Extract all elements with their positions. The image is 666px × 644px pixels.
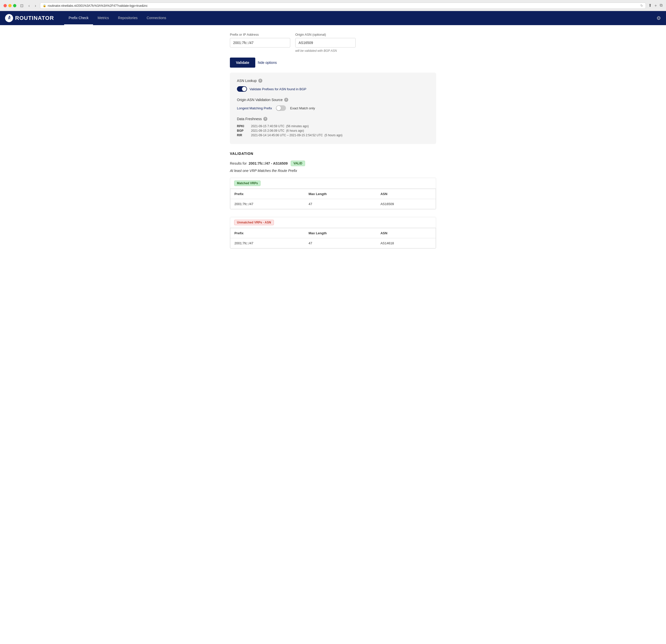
logo-text: ROUTINATOR [15, 15, 54, 21]
asn-label: Origin ASN (optional) [295, 33, 356, 36]
unmatched-vrps-table: Prefix Max Length ASN 2001:7fc::/47 47 A… [230, 228, 436, 248]
validate-prefixes-row: Validate Prefixes for ASN found in BGP [237, 86, 429, 92]
asn-group: Origin ASN (optional) will be validated … [295, 33, 356, 53]
nav-item-prefix-check[interactable]: Prefix Check [64, 11, 93, 25]
matched-row-0-maxlen: 47 [304, 199, 376, 209]
share-icon[interactable]: ⬆ [648, 3, 652, 8]
unmatched-vrps-badge: Unmatched VRPs - ASN [234, 220, 274, 225]
results-query: 2001:7fc::/47 - AS16509 [249, 161, 288, 165]
prefix-group: Prefix or IP Address [230, 33, 290, 53]
lock-icon: 🔒 [43, 4, 46, 7]
address-bar[interactable]: 🔒 routinator.nlnetlabs.nl/2001%3A7fc%3A%… [40, 2, 646, 9]
unmatched-row-0-asn: AS14618 [376, 238, 436, 248]
matched-vrps-table: Prefix Max Length ASN 2001:7fc::/47 47 A… [230, 189, 436, 209]
matched-col-asn: ASN [376, 189, 436, 199]
asn-validation-title: Origin ASN Validation Source ? [237, 98, 429, 102]
main-content: Prefix or IP Address Origin ASN (optiona… [220, 25, 446, 264]
asn-lookup-title: ASN Lookup ? [237, 79, 429, 83]
match-toggle[interactable] [276, 105, 286, 111]
freshness-row-rir: RIR 2021-09-14 14:45:06 UTC – 2021-09-15… [237, 133, 429, 137]
matched-col-maxlen: Max Length [304, 189, 376, 199]
traffic-lights [3, 4, 16, 7]
maximize-button[interactable] [13, 4, 16, 7]
unmatched-col-prefix: Prefix [230, 228, 304, 238]
nav-item-repositories[interactable]: Repositories [113, 11, 142, 25]
hide-options-link[interactable]: hide options [255, 60, 279, 65]
results-label: Results for 2001:7fc::/47 - AS16509 [230, 161, 288, 165]
valid-badge: VALID [291, 161, 305, 166]
asn-lookup-help-icon[interactable]: ? [258, 79, 262, 83]
asn-hint: will be validated with BGP ASN [295, 49, 356, 53]
data-freshness-title: Data Freshness ? [237, 117, 429, 121]
browser-chrome: ⊡ ‹ › 🔒 routinator.nlnetlabs.nl/2001%3A7… [0, 0, 666, 11]
matched-row-0-asn: AS16509 [376, 199, 436, 209]
prefix-label: Prefix or IP Address [230, 33, 290, 36]
table-row: 2001:7fc::/47 47 AS16509 [230, 199, 436, 209]
btn-row: Validate hide options [230, 57, 436, 68]
nav-item-metrics[interactable]: Metrics [93, 11, 113, 25]
url-text: routinator.nlnetlabs.nl/2001%3A7fc%3A%3A… [48, 4, 639, 7]
asn-validation-section: Origin ASN Validation Source ? Longest M… [237, 98, 429, 111]
nav-item-connections[interactable]: Connections [142, 11, 171, 25]
unmatched-col-asn: ASN [376, 228, 436, 238]
new-tab-icon[interactable]: ＋ [654, 3, 658, 8]
unmatched-row-0-prefix: 2001:7fc::/47 [230, 238, 304, 248]
back-button[interactable]: ‹ [27, 3, 31, 8]
asn-lookup-section: ASN Lookup ? Validate Prefixes for ASN f… [237, 79, 429, 92]
validation-heading: VALIDATION [230, 151, 436, 156]
logo-icon: R̊ [5, 14, 13, 22]
exact-match-label: Exact Match only [290, 106, 315, 110]
asn-input[interactable] [295, 38, 356, 48]
logo-icon-char: R̊ [8, 16, 11, 20]
longest-prefix-label: Longest Matching Prefix [237, 106, 272, 110]
toggle-knob-match [276, 106, 281, 110]
validate-button[interactable]: Validate [230, 57, 255, 68]
matched-vrps-badge: Matched VRPs [234, 180, 261, 186]
table-row: 2001:7fc::/47 47 AS14618 [230, 238, 436, 248]
results-row: Results for 2001:7fc::/47 - AS16509 VALI… [230, 161, 436, 166]
unmatched-row-0-maxlen: 47 [304, 238, 376, 248]
result-subtitle: At least one VRP Matches the Route Prefi… [230, 169, 436, 173]
match-type-row: Longest Matching Prefix Exact Match only [237, 105, 429, 111]
toggle-knob [242, 87, 246, 91]
tabs-icon[interactable]: ⧉ [660, 3, 663, 8]
minimize-button[interactable] [8, 4, 12, 7]
asn-validation-help-icon[interactable]: ? [284, 98, 288, 102]
prefix-input[interactable] [230, 38, 290, 48]
settings-icon[interactable]: ⚙ [656, 15, 661, 21]
freshness-row-rpki: RPKI 2021-09-15 7:40:59 UTC (56 minutes … [237, 124, 429, 128]
sidebar-toggle-button[interactable]: ⊡ [19, 3, 25, 8]
unmatched-vrps-section: Unmatched VRPs - ASN Prefix Max Length A… [230, 217, 436, 249]
matched-row-0-prefix: 2001:7fc::/47 [230, 199, 304, 209]
navbar: R̊ ROUTINATOR Prefix Check Metrics Repos… [0, 11, 666, 25]
data-freshness-section: Data Freshness ? RPKI 2021-09-15 7:40:59… [237, 117, 429, 137]
nav-items: Prefix Check Metrics Repositories Connec… [64, 11, 171, 25]
logo: R̊ ROUTINATOR [5, 14, 54, 22]
validate-prefixes-toggle[interactable] [237, 86, 247, 92]
forward-button[interactable]: › [33, 3, 37, 8]
freshness-table: RPKI 2021-09-15 7:40:59 UTC (56 minutes … [237, 124, 429, 137]
browser-actions: ⬆ ＋ ⧉ [648, 3, 663, 8]
freshness-row-bgp: BGP 2021-09-15 2:06:09 UTC (6 hours ago) [237, 129, 429, 132]
data-freshness-help-icon[interactable]: ? [263, 117, 267, 121]
close-button[interactable] [3, 4, 7, 7]
unmatched-col-maxlen: Max Length [304, 228, 376, 238]
matched-col-prefix: Prefix [230, 189, 304, 199]
form-row: Prefix or IP Address Origin ASN (optiona… [230, 33, 436, 53]
options-panel: ASN Lookup ? Validate Prefixes for ASN f… [230, 73, 436, 144]
validate-prefixes-label: Validate Prefixes for ASN found in BGP [249, 87, 306, 91]
matched-vrps-section: Matched VRPs Prefix Max Length ASN 2001:… [230, 178, 436, 209]
reload-icon[interactable]: ↻ [641, 4, 643, 7]
